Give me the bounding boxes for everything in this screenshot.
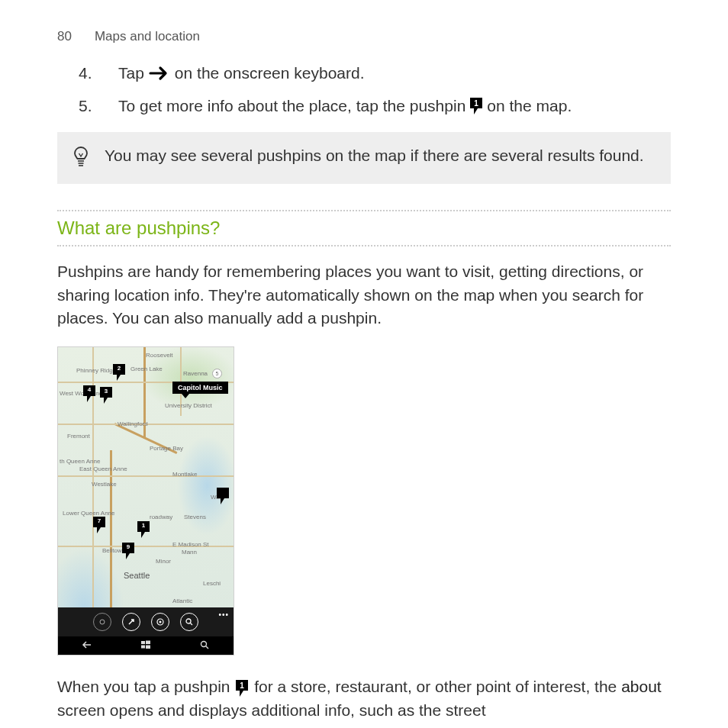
windows-icon[interactable]	[140, 639, 151, 652]
locate-me-icon[interactable]	[151, 613, 169, 631]
map-label: Ravenna	[183, 370, 208, 377]
step-text: To get more info about the place, tap th…	[118, 94, 572, 119]
map-label: Stevens	[184, 514, 206, 520]
page-header: 80 Maps and location	[57, 29, 671, 44]
search-nav-icon[interactable]	[199, 639, 210, 652]
map-label: Atlantic	[172, 598, 192, 604]
pushpin-icon: 1	[470, 98, 482, 114]
pushpin-icon: 1	[236, 680, 248, 697]
map-label: E Madison St	[172, 541, 209, 548]
map-screenshot: Roosevelt Phinney Ridge Green Lake Raven…	[57, 346, 234, 656]
svg-text:1: 1	[475, 99, 479, 108]
map-pushpin: 3	[100, 387, 112, 404]
map-label: Leschi	[203, 580, 221, 587]
scout-icon[interactable]	[93, 613, 111, 631]
map-action-bar: •••	[58, 607, 234, 636]
arrow-right-icon	[149, 66, 170, 81]
back-icon[interactable]	[82, 640, 92, 652]
dotted-divider	[57, 245, 671, 246]
map-label: Fremont	[67, 433, 90, 440]
map-label: East Queen Anne	[79, 465, 127, 472]
section-heading: What are pushpins?	[57, 214, 220, 242]
svg-point-4	[100, 620, 105, 624]
map-label: Portage Bay	[150, 445, 183, 452]
map-pushpin: 9	[122, 543, 134, 559]
map-pushpin	[217, 488, 229, 504]
step-number: 4.	[79, 61, 94, 86]
map-label: Mann	[182, 549, 197, 556]
svg-point-13	[201, 641, 206, 646]
map-label: Wallingford	[118, 420, 148, 427]
map-label: Green Lake	[130, 366, 163, 372]
map-pushpin: 7	[93, 517, 105, 533]
intro-paragraph: Pushpins are handy for remembering place…	[57, 260, 671, 330]
map-pushpin: 4	[83, 385, 95, 402]
svg-line-14	[205, 646, 208, 649]
svg-line-8	[191, 623, 193, 626]
map-callout: Capitol Music	[172, 382, 228, 394]
svg-rect-9	[141, 641, 145, 644]
step-text: Tap on the onscreen keyboard.	[118, 61, 365, 86]
bold-term: about	[621, 678, 662, 695]
map-label: Phinney Ridge	[76, 367, 116, 374]
tip-text: You may see several pushpins on the map …	[105, 144, 644, 167]
header-section-title: Maps and location	[95, 29, 200, 44]
map-label: Roosevelt	[146, 352, 173, 359]
lightbulb-icon	[72, 146, 89, 172]
svg-point-7	[186, 619, 191, 623]
map-label: West Woodland	[60, 390, 102, 397]
svg-rect-10	[146, 640, 150, 644]
instruction-list: 4. Tap on the onscreen keyboard. 5. To g…	[57, 61, 671, 118]
directions-icon[interactable]	[122, 613, 140, 631]
step-number: 5.	[79, 94, 94, 119]
map-label: Montlake	[172, 471, 197, 478]
map-label: University District	[165, 402, 212, 409]
svg-text:1: 1	[240, 681, 245, 690]
map-pushpin: 2	[113, 364, 125, 381]
map-label: Seattle	[124, 571, 150, 580]
step-4: 4. Tap on the onscreen keyboard.	[79, 61, 671, 86]
more-menu-icon[interactable]: •••	[218, 610, 229, 619]
page-number: 80	[57, 29, 72, 44]
tip-callout: You may see several pushpins on the map …	[57, 132, 671, 184]
map-label: Minor	[156, 558, 171, 565]
map-label: Westlake	[92, 481, 117, 488]
map-label: roadway	[150, 514, 172, 520]
svg-rect-12	[146, 645, 150, 649]
map-pushpin: 1	[137, 521, 150, 538]
closing-paragraph: When you tap a pushpin 1 for a store, re…	[57, 675, 671, 722]
phone-nav-bar	[58, 636, 234, 655]
svg-point-6	[159, 621, 162, 623]
dotted-divider	[57, 210, 671, 211]
map-label: Lower Queen Anne	[63, 510, 115, 517]
svg-rect-11	[141, 645, 145, 648]
step-5: 5. To get more info about the place, tap…	[79, 94, 671, 119]
map-label: th Queen Anne	[60, 458, 100, 465]
map-road	[58, 475, 234, 477]
search-icon[interactable]	[180, 613, 198, 631]
section-heading-block: What are pushpins?	[57, 210, 671, 246]
